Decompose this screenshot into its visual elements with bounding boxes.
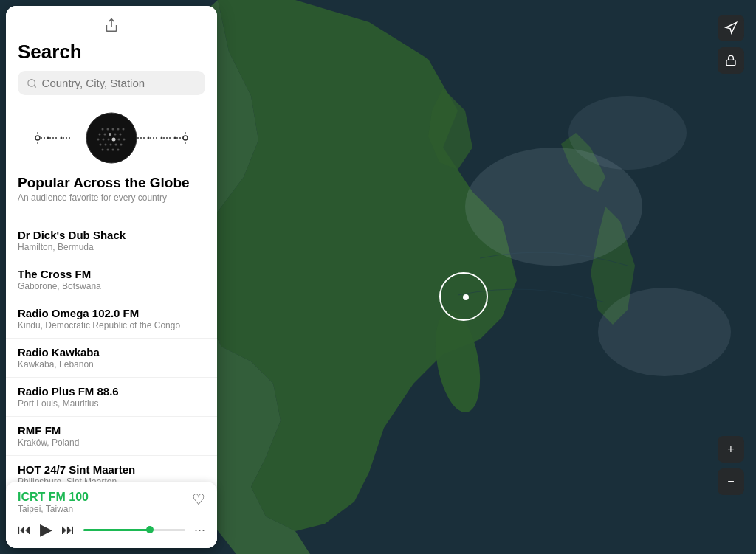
progress-bar[interactable] — [83, 529, 185, 531]
svg-point-39 — [120, 144, 123, 146]
more-options-button[interactable]: ··· — [194, 522, 205, 538]
panel-content: Popular Across the Globe An audience fav… — [6, 95, 217, 504]
now-playing-title: ICRT FM 100 — [18, 491, 89, 504]
svg-point-37 — [110, 144, 112, 146]
station-location: Hamilton, Bermuda — [18, 242, 205, 252]
svg-point-14 — [47, 137, 49, 139]
svg-point-41 — [107, 149, 109, 151]
popular-title: Popular Across the Globe — [18, 175, 205, 191]
svg-point-6 — [463, 294, 469, 300]
svg-line-11 — [34, 85, 36, 87]
svg-point-49 — [174, 137, 176, 139]
globe-svg — [30, 108, 193, 167]
station-location: Kawkaba, Lebanon — [18, 359, 205, 370]
popular-section: Popular Across the Globe An audience fav… — [6, 175, 217, 221]
station-name: Radio Plus FM 88.6 — [18, 385, 205, 398]
svg-point-42 — [112, 149, 114, 151]
svg-marker-7 — [726, 23, 736, 33]
svg-point-34 — [123, 139, 126, 141]
svg-point-18 — [86, 113, 137, 163]
zoom-in-button[interactable]: + — [718, 436, 744, 463]
now-playing-controls: ⏮ ▶ ⏭ ··· — [18, 520, 205, 539]
skip-forward-button[interactable]: ⏭ — [61, 522, 75, 538]
search-bar — [18, 71, 205, 95]
svg-point-33 — [118, 139, 120, 141]
popular-subtitle: An audience favorite for every country — [18, 193, 205, 203]
svg-point-53 — [37, 142, 38, 144]
panel-title: Search — [18, 41, 205, 63]
svg-point-36 — [105, 144, 107, 146]
station-item[interactable]: RMF FM Kraków, Poland — [6, 416, 217, 455]
station-location: Kindu, Democratic Republic of the Congo — [18, 320, 205, 330]
station-name: Dr Dick's Dub Shack — [18, 229, 205, 241]
location-button[interactable] — [718, 15, 744, 41]
map-zoom-controls: + − — [718, 436, 744, 495]
zoom-out-button[interactable]: − — [718, 468, 744, 495]
now-playing-bar: ICRT FM 100 Taipei, Taiwan ♡ ⏮ ▶ ⏭ ··· — [6, 482, 217, 548]
svg-rect-8 — [726, 60, 735, 65]
station-list: Dr Dick's Dub Shack Hamilton, Bermuda Th… — [6, 221, 217, 504]
svg-point-28 — [120, 134, 122, 136]
search-panel: Search — [6, 6, 217, 548]
svg-point-55 — [185, 142, 186, 144]
station-name: Radio Kawkaba — [18, 346, 205, 359]
skip-back-button[interactable]: ⏮ — [18, 522, 31, 538]
panel-header: Search — [6, 6, 217, 95]
svg-point-31 — [108, 139, 110, 141]
station-item[interactable]: Radio Plus FM 88.6 Port Louis, Mauritius — [6, 377, 217, 416]
svg-point-12 — [35, 136, 40, 140]
play-pause-button[interactable]: ▶ — [40, 520, 52, 539]
station-item[interactable]: Dr Dick's Dub Shack Hamilton, Bermuda — [6, 221, 217, 260]
svg-point-45 — [148, 137, 150, 139]
svg-point-19 — [102, 128, 104, 131]
favorite-button[interactable]: ♡ — [192, 491, 205, 508]
svg-point-52 — [37, 132, 38, 134]
svg-point-23 — [123, 128, 125, 131]
svg-point-22 — [117, 128, 120, 131]
svg-point-54 — [185, 132, 186, 134]
station-location: Port Louis, Mauritius — [18, 398, 205, 409]
svg-point-25 — [104, 134, 106, 136]
station-name: RMF FM — [18, 424, 205, 437]
now-playing-info: ICRT FM 100 Taipei, Taiwan ♡ — [18, 491, 205, 514]
svg-point-24 — [99, 134, 101, 136]
svg-point-43 — [117, 149, 120, 151]
lock-button[interactable] — [718, 47, 744, 74]
svg-point-30 — [103, 139, 105, 141]
station-item[interactable]: The Cross FM Gaborone, Botswana — [6, 260, 217, 299]
svg-point-27 — [114, 134, 117, 136]
search-input[interactable] — [42, 77, 196, 89]
svg-point-29 — [97, 139, 100, 141]
svg-point-32 — [112, 138, 116, 142]
svg-point-40 — [102, 149, 104, 151]
svg-point-47 — [161, 137, 163, 139]
station-location: Kraków, Poland — [18, 437, 205, 448]
svg-point-10 — [28, 79, 35, 86]
svg-point-35 — [100, 144, 102, 146]
station-name: The Cross FM — [18, 268, 205, 280]
svg-point-38 — [115, 144, 117, 146]
station-location: Gaborone, Botswana — [18, 281, 205, 291]
svg-point-3 — [598, 288, 731, 376]
share-button[interactable] — [104, 18, 119, 35]
station-item[interactable]: Radio Omega 102.0 FM Kindu, Democratic R… — [6, 299, 217, 338]
svg-point-26 — [109, 133, 111, 136]
station-name: Radio Omega 102.0 FM — [18, 307, 205, 319]
globe-illustration — [6, 95, 217, 175]
progress-fill — [83, 529, 150, 531]
svg-point-20 — [107, 128, 109, 131]
station-item[interactable]: Radio Kawkaba Kawkaba, Lebanon — [6, 338, 217, 377]
now-playing-location: Taipei, Taiwan — [18, 504, 89, 514]
svg-point-21 — [112, 128, 114, 131]
station-name: HOT 24/7 Sint Maarten — [18, 463, 205, 476]
search-icon — [27, 77, 38, 89]
svg-point-16 — [61, 137, 63, 139]
svg-point-4 — [568, 96, 687, 170]
